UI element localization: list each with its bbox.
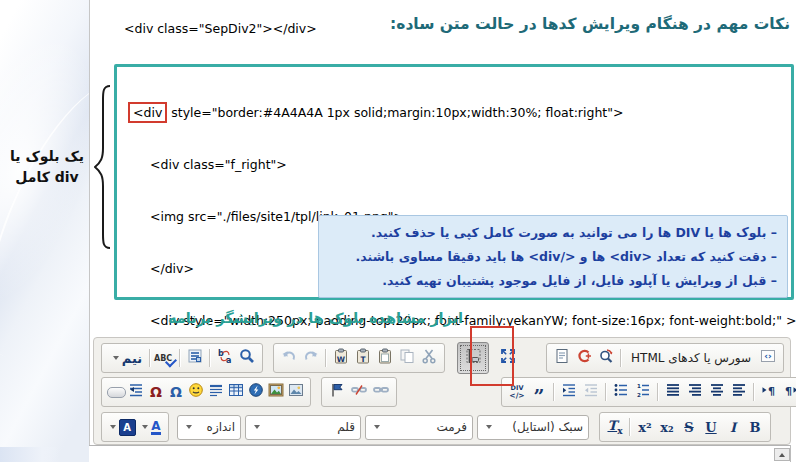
redo-button[interactable]: [300, 346, 322, 370]
flash-button[interactable]: [246, 380, 266, 404]
text-field-icon: [128, 382, 144, 402]
underline-button[interactable]: U: [700, 415, 722, 439]
smiley-button[interactable]: [186, 380, 206, 404]
blockquote-icon: ”: [534, 391, 545, 401]
bg-color-button[interactable]: A: [106, 415, 136, 439]
image-frame-icon: [268, 382, 284, 402]
half-space-button[interactable]: نیم: [106, 346, 146, 370]
blockquote-button[interactable]: ”: [528, 380, 550, 404]
sidebar-bottom-strip: [0, 447, 60, 462]
cut-button[interactable]: [418, 346, 440, 370]
table-icon: [228, 382, 244, 402]
justify-center-icon: [709, 382, 725, 402]
special-char-button[interactable]: Ω: [166, 380, 186, 404]
paste-from-word-icon: W: [333, 348, 349, 368]
strikethrough-icon: S: [684, 420, 693, 435]
italic-button[interactable]: I: [722, 415, 744, 439]
direction-rtl-icon: ¶: [783, 382, 796, 402]
undo-icon: [281, 348, 297, 368]
bullet-list-icon: [613, 382, 629, 402]
note-line: – دقت کنید که تعداد <div> ها و </div> ها…: [329, 245, 777, 269]
link-icon: [373, 382, 389, 402]
horizontal-rule-button[interactable]: [206, 380, 226, 404]
strikethrough-button[interactable]: S: [678, 415, 700, 439]
undo-button[interactable]: [278, 346, 300, 370]
svg-text:2: 2: [637, 392, 641, 398]
code-line: <div class="f_right">: [128, 154, 796, 176]
div-container-icon: DIV </>: [509, 385, 524, 399]
bullet-list-button[interactable]: [610, 380, 632, 404]
block-label: یک بلوک یا div کامل: [4, 146, 90, 188]
content-left-border: [89, 0, 90, 446]
paste-icon: [377, 348, 393, 368]
link-button[interactable]: [370, 380, 392, 404]
numbered-list-icon: 12: [635, 382, 651, 402]
select-all-button[interactable]: [184, 346, 206, 370]
anchor-flag-icon: [329, 382, 345, 402]
format-dropdown[interactable]: فرمت: [365, 415, 473, 440]
arrow-up-icon: [779, 453, 785, 457]
copy-button[interactable]: [396, 346, 418, 370]
bold-button[interactable]: B: [744, 415, 766, 439]
toolbar-separator: [325, 349, 327, 367]
remove-format-button[interactable]: Tx: [604, 415, 626, 439]
symbol-button[interactable]: Ω: [146, 380, 166, 404]
source-button[interactable]: ‹›: [757, 346, 779, 370]
find-button[interactable]: [236, 346, 258, 370]
font-dropdown[interactable]: قلم: [245, 415, 361, 440]
italic-icon: I: [730, 420, 736, 435]
document-button[interactable]: [551, 346, 573, 370]
numbered-list-button[interactable]: 12: [632, 380, 654, 404]
toolbar-separator: [620, 349, 622, 367]
justify-right-button[interactable]: [684, 380, 706, 404]
toolbar-group-basicstyles: Tx x² x₂ S U I B: [599, 412, 771, 442]
image-advanced-button[interactable]: [266, 380, 286, 404]
preview-button[interactable]: [595, 346, 617, 370]
image-button[interactable]: [286, 380, 306, 404]
outdent-icon: [583, 382, 599, 402]
direction-rtl-button[interactable]: ¶: [780, 380, 796, 404]
form-field-button[interactable]: [106, 380, 126, 404]
text-color-button[interactable]: A: [136, 415, 164, 439]
subscript-button[interactable]: x₂: [656, 415, 678, 439]
page: <div class="SepDiv2"></div> نکات مهم در …: [0, 0, 796, 462]
replace-button[interactable]: ba: [214, 346, 236, 370]
toolbar-group-paragraph: DIV </> ” 12 ¶ ¶: [501, 377, 796, 407]
superscript-icon: x²: [638, 420, 651, 435]
cleanup-button[interactable]: [573, 346, 595, 370]
table-button[interactable]: [226, 380, 246, 404]
scrollbar-up-button[interactable]: [774, 448, 790, 461]
toolbar-section-title: ابزار مشاهده بلوک ها در ویرایشگر برنامه: [168, 310, 463, 326]
insert-field-button[interactable]: [126, 380, 146, 404]
paste-as-text-button[interactable]: T: [352, 346, 374, 370]
justify-center-button[interactable]: [706, 380, 728, 404]
horizontal-rule-icon: [208, 382, 224, 402]
indent-button[interactable]: [558, 380, 580, 404]
spellcheck-button[interactable]: ABC: [154, 346, 176, 370]
style-dropdown[interactable]: سبک (استایل): [477, 415, 589, 440]
anchor-button[interactable]: [326, 380, 348, 404]
outdent-button[interactable]: [580, 380, 602, 404]
redo-icon: [303, 348, 319, 368]
toolbar-separator: [657, 383, 659, 401]
unlink-button[interactable]: [348, 380, 370, 404]
curly-brace: [94, 84, 114, 250]
chevron-down-icon: [486, 425, 492, 429]
toolbar-separator: [629, 418, 631, 436]
source-button-label: سورس یا کدهای HTML: [631, 351, 751, 365]
toolbar-separator: [179, 349, 181, 367]
toolbar-separator: [209, 349, 211, 367]
superscript-button[interactable]: x²: [634, 415, 656, 439]
paste-button[interactable]: [374, 346, 396, 370]
size-dropdown[interactable]: اندازه: [177, 415, 241, 440]
open-div-highlight: <div: [128, 102, 167, 123]
font-dropdown-label: قلم: [271, 420, 355, 434]
justify-left-button[interactable]: [728, 380, 750, 404]
justify-block-button[interactable]: [662, 380, 684, 404]
direction-ltr-button[interactable]: ¶: [758, 380, 780, 404]
editor-content-area[interactable]: [89, 445, 791, 462]
toolbar-group-clipboard: W T: [273, 343, 445, 373]
paste-from-word-button[interactable]: W: [330, 346, 352, 370]
chevron-down-icon: [113, 356, 119, 360]
note-line: – بلوک ها یا DIV ها را می توانید به صورت…: [329, 221, 777, 245]
